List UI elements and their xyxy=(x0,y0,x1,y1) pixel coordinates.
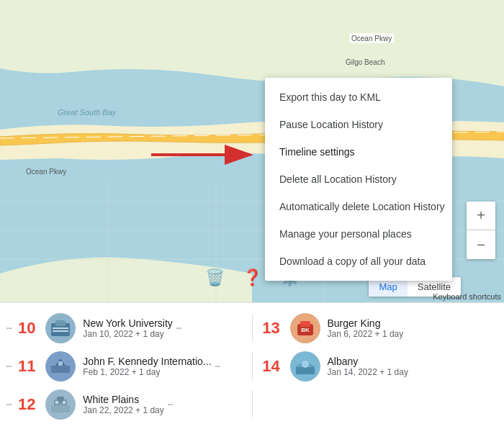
svg-text:BK: BK xyxy=(301,327,310,333)
list-col-left-3: ··· 12 White Plains Jan 22, 2022 + 1 day… xyxy=(0,387,252,423)
list-row-2: ··· 11 John F. Kennedy Internatio... Feb… xyxy=(0,348,504,385)
list-date-14: Jan 14, 2022 + 1 day xyxy=(328,367,408,377)
list-area: ··· 10 New York University Jan 10, 2022 … xyxy=(0,302,504,429)
context-menu: Export this day to KML Pause Location Hi… xyxy=(265,78,452,281)
svg-rect-36 xyxy=(63,401,66,404)
keyboard-shortcuts-label[interactable]: Keyboard shortcuts xyxy=(433,292,501,301)
list-col-left-1: ··· 10 New York University Jan 10, 2022 … xyxy=(0,310,252,346)
list-avatar-12 xyxy=(45,389,76,420)
map-area: Great South Bay Atlantic Ocean Ocean Pkw… xyxy=(0,0,504,302)
list-date-13: Jan 6, 2022 + 1 day xyxy=(328,329,404,339)
list-dots-12[interactable]: ··· xyxy=(6,398,11,411)
help-icon[interactable]: ❓ xyxy=(239,265,265,291)
list-col-left-2: ··· 11 John F. Kennedy Internatio... Feb… xyxy=(0,348,252,384)
list-avatar-11 xyxy=(45,351,76,381)
menu-item-export-kml[interactable]: Export this day to KML xyxy=(265,83,452,111)
list-info-10: New York University Jan 10, 2022 + 1 day xyxy=(83,317,173,339)
svg-text:Gilgo Beach: Gilgo Beach xyxy=(346,58,384,66)
list-info-12: White Plains Jan 22, 2022 + 1 day xyxy=(83,394,163,415)
menu-item-timeline-settings[interactable]: Timeline settings xyxy=(265,138,452,166)
list-more-dots-10[interactable]: ··· xyxy=(176,322,181,335)
svg-text:Great South Bay: Great South Bay xyxy=(58,108,117,117)
map-controls: + − xyxy=(467,202,495,259)
svg-rect-23 xyxy=(300,321,310,327)
list-avatar-14 xyxy=(290,351,320,381)
list-name-14: Albany xyxy=(328,356,408,367)
menu-item-download-data[interactable]: Download a copy of all your data xyxy=(265,248,452,275)
list-name-11: John F. Kennedy Internatio... xyxy=(83,356,211,367)
svg-rect-27 xyxy=(58,361,63,366)
list-number-10: 10 xyxy=(14,319,40,338)
svg-rect-29 xyxy=(296,367,315,374)
menu-item-auto-delete[interactable]: Automatically delete Location History xyxy=(265,193,452,220)
zoom-out-button[interactable]: − xyxy=(467,230,495,259)
list-name-12: White Plains xyxy=(83,394,163,405)
svg-rect-26 xyxy=(51,366,70,373)
list-more-dots-12[interactable]: ··· xyxy=(167,398,172,411)
list-name-10: New York University xyxy=(83,317,173,329)
zoom-in-button[interactable]: + xyxy=(467,202,495,230)
list-avatar-13: BK xyxy=(290,313,320,343)
list-info-14: Albany Jan 14, 2022 + 1 day xyxy=(328,356,408,377)
trash-icon[interactable]: 🗑️ xyxy=(202,265,228,291)
list-dots-11[interactable]: ··· xyxy=(6,360,11,373)
list-col-right-2: 14 Albany Jan 14, 2022 + 1 day xyxy=(253,348,505,384)
list-dots-10[interactable]: ··· xyxy=(6,322,11,335)
svg-text:Ocean Pkwy: Ocean Pkwy xyxy=(351,35,392,42)
list-info-11: John F. Kennedy Internatio... Feb 1, 202… xyxy=(83,356,211,377)
list-number-11: 11 xyxy=(14,357,40,376)
svg-text:Ocean Pkwy: Ocean Pkwy xyxy=(26,168,66,176)
list-col-right-1: 13 BK Burger King Jan 6, 2022 + 1 day xyxy=(253,310,505,346)
list-info-13: Burger King Jan 6, 2022 + 1 day xyxy=(328,317,404,339)
list-number-13: 13 xyxy=(258,319,284,338)
list-avatar-10 xyxy=(45,313,76,343)
svg-rect-35 xyxy=(55,401,58,404)
menu-item-pause-history[interactable]: Pause Location History xyxy=(265,111,452,138)
svg-rect-19 xyxy=(53,328,68,329)
list-date-11: Feb 1, 2022 + 1 day xyxy=(83,367,211,377)
list-number-12: 12 xyxy=(14,395,40,414)
highlight-arrow xyxy=(144,140,259,172)
list-date-12: Jan 22, 2022 + 1 day xyxy=(83,405,163,415)
list-name-13: Burger King xyxy=(328,317,404,329)
list-col-right-3 xyxy=(253,402,505,407)
menu-item-manage-places[interactable]: Manage your personal places xyxy=(265,220,452,248)
svg-rect-18 xyxy=(55,320,66,326)
menu-item-delete-history[interactable]: Delete all Location History xyxy=(265,166,452,193)
svg-point-30 xyxy=(302,361,309,368)
list-row-3: ··· 12 White Plains Jan 22, 2022 + 1 day… xyxy=(0,386,504,423)
svg-rect-20 xyxy=(53,330,68,332)
list-more-dots-11[interactable]: ··· xyxy=(215,360,220,373)
list-row-1: ··· 10 New York University Jan 10, 2022 … xyxy=(0,310,504,347)
svg-rect-33 xyxy=(51,405,70,412)
list-number-14: 14 xyxy=(258,357,284,376)
list-date-10: Jan 10, 2022 + 1 day xyxy=(83,329,173,339)
